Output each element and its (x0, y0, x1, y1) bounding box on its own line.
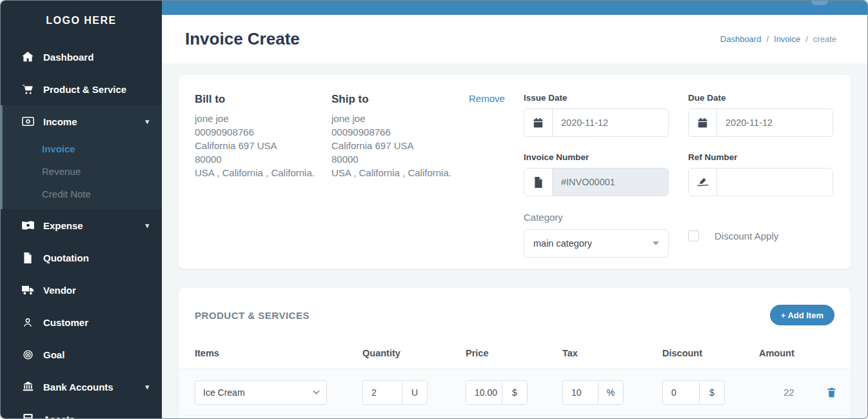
ship-to-phone: 00090908766 (331, 125, 469, 139)
col-header-tax: Tax (562, 348, 662, 358)
ref-number-input[interactable] (717, 169, 833, 196)
sidebar-item-label: Dashboard (43, 52, 94, 63)
item-select[interactable]: Ice Cream (195, 380, 327, 405)
discount-input[interactable] (663, 381, 699, 404)
sidebar-item-product-service[interactable]: Product & Service (1, 73, 162, 105)
bill-to-region: USA , California , California. (195, 166, 331, 179)
ship-to-zip: 80000 (331, 152, 469, 166)
calculator-icon (21, 414, 34, 419)
tax-input[interactable] (563, 381, 598, 404)
price-input[interactable] (466, 381, 502, 404)
file-icon (21, 252, 34, 263)
ref-number-group: Ref Number (688, 152, 833, 196)
invoice-number-input (553, 169, 668, 196)
remove-customer-link[interactable]: Remove (469, 93, 505, 104)
trash-icon (827, 387, 836, 398)
invoice-info-card: Bill to jone joe 00090908766 California … (179, 75, 851, 269)
category-select[interactable]: main category (524, 229, 669, 258)
money-bill-wave-icon (21, 221, 34, 230)
category-label: Category (524, 212, 669, 223)
due-date-label: Due Date (688, 93, 833, 103)
tax-input-group: % (562, 380, 624, 405)
breadcrumb-separator: / (805, 34, 808, 44)
sidebar-item-label: Income (43, 116, 77, 127)
ship-to-title: Ship to (331, 93, 469, 106)
percent-icon: % (598, 381, 623, 404)
col-header-items: Items (195, 348, 362, 358)
discount-apply-label: Discount Apply (715, 230, 778, 241)
discount-apply-row: Discount Apply (688, 230, 833, 241)
breadcrumb-invoice-link[interactable]: Invoice (774, 34, 800, 44)
ship-to-block: Ship to jone joe 00090908766 California … (331, 93, 469, 250)
user-icon (21, 317, 34, 328)
bill-to-name: jone joe (195, 112, 331, 125)
chevron-down-icon (313, 388, 320, 394)
add-item-button[interactable]: + Add Item (770, 305, 834, 325)
sidebar-item-revenue[interactable]: Revenue (3, 160, 162, 183)
discount-apply-group: Discount Apply (688, 212, 833, 258)
breadcrumb-dashboard-link[interactable]: Dashboard (720, 34, 762, 44)
issue-date-input[interactable] (553, 109, 668, 136)
main-area: Invoice Create Dashboard / Invoice / cre… (162, 1, 867, 418)
sidebar-item-label: Quotation (43, 252, 89, 263)
sidebar-item-goal[interactable]: Goal (1, 338, 162, 371)
bill-to-address: California 697 USA (195, 139, 331, 152)
products-header: PRODUCT & SERVICES + Add Item (179, 305, 851, 325)
sidebar-item-label: Vendor (43, 285, 76, 296)
col-header-discount: Discount (662, 348, 759, 358)
sidebar-item-customer[interactable]: Customer (1, 306, 162, 338)
sidebar-item-income[interactable]: Income ▾ (3, 105, 162, 138)
bullseye-icon (21, 349, 34, 360)
delete-row-button[interactable] (827, 387, 836, 398)
sidebar-item-credit-note[interactable]: Credit Note (3, 183, 162, 205)
content: Bill to jone joe 00090908766 California … (162, 63, 867, 418)
ref-number-label: Ref Number (688, 152, 833, 162)
app-logo: LOGO HERE (1, 1, 162, 41)
calendar-icon[interactable] (689, 109, 717, 136)
income-submenu: Invoice Revenue Credit Note (3, 138, 162, 209)
money-bill-icon (21, 117, 34, 126)
sidebar: LOGO HERE Dashboard Product & Service In… (1, 1, 162, 418)
quantity-input-group: U (362, 380, 428, 405)
ship-to-address: California 697 USA (331, 139, 469, 152)
sidebar-item-label: Bank Accounts (43, 382, 113, 393)
price-currency-suffix: $ (502, 381, 527, 404)
breadcrumb: Dashboard / Invoice / create (720, 34, 836, 44)
due-date-group: Due Date (688, 93, 833, 137)
ship-to-name: jone joe (331, 112, 469, 125)
due-date-input[interactable] (717, 109, 833, 136)
truck-icon (21, 285, 34, 295)
sidebar-item-vendor[interactable]: Vendor (1, 274, 162, 306)
breadcrumb-separator: / (766, 34, 769, 44)
sidebar-item-assets[interactable]: Assets (1, 403, 162, 419)
caret-down-icon: ▾ (145, 221, 149, 230)
discount-input-group: $ (662, 380, 725, 405)
sidebar-item-expense[interactable]: Expense ▾ (1, 209, 162, 241)
calendar-icon[interactable] (524, 109, 553, 136)
issue-date-group: Issue Date (524, 93, 669, 137)
item-row: Ice Cream U (179, 369, 851, 416)
sidebar-item-dashboard[interactable]: Dashboard (1, 41, 162, 73)
item-selected-value: Ice Cream (203, 387, 245, 398)
caret-down-icon: ▾ (145, 118, 149, 126)
products-section-title: PRODUCT & SERVICES (195, 310, 310, 321)
discount-currency-suffix: $ (699, 381, 724, 404)
app-window: LOGO HERE Dashboard Product & Service In… (0, 0, 868, 419)
row-amount: 22 (759, 387, 827, 398)
file-icon (524, 169, 553, 196)
issue-date-label: Issue Date (524, 93, 669, 103)
quantity-unit-suffix: U (402, 381, 427, 404)
items-table: Items Quantity Price Tax Discount Amount… (179, 337, 851, 416)
signature-icon (689, 169, 717, 196)
sidebar-item-bank-accounts[interactable]: Bank Accounts ▾ (1, 371, 162, 403)
ship-to-region: USA , California , California. (331, 166, 469, 179)
discount-apply-checkbox[interactable] (688, 230, 699, 241)
bank-icon (21, 382, 34, 392)
quantity-input[interactable] (363, 381, 402, 404)
bill-to-phone: 00090908766 (195, 125, 331, 139)
sidebar-item-invoice[interactable]: Invoice (3, 138, 162, 160)
sidebar-item-quotation[interactable]: Quotation (1, 241, 162, 274)
col-header-amount: Amount (759, 348, 827, 358)
caret-down-icon: ▾ (145, 383, 149, 391)
category-group: Category main category (524, 212, 669, 258)
